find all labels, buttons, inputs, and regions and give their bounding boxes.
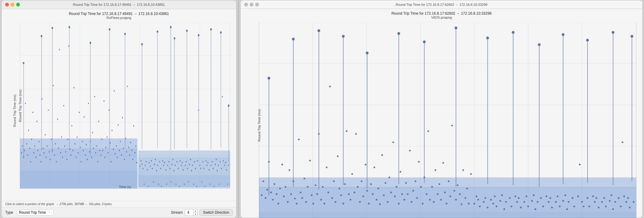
svg-point-245 [23,62,24,64]
window-title-1: Round Trip Time for 172.16.8.17:49491 → … [73,3,165,6]
y-axis-label-2: Round Trip Time (ms) [257,109,261,142]
maximize-button-1[interactable] [16,3,20,6]
svg-point-138 [133,125,134,126]
titlebar-1: Round Trip Time for 172.16.8.17:49491 → … [2,0,236,9]
svg-point-487 [622,141,623,143]
svg-point-66 [59,49,60,50]
maximize-button-2[interactable] [255,3,259,6]
svg-point-396 [451,125,453,126]
svg-point-70 [63,105,64,106]
type-select-wrapper-1[interactable]: Round Trip Time Throughput Window Scalin… [17,209,53,216]
x-axis-label-1: Time (s) [119,185,131,189]
svg-point-358 [381,154,383,156]
svg-point-109 [104,101,105,102]
svg-point-114 [109,109,109,111]
traffic-lights-2 [244,3,259,6]
stream-section-1: Stream 4 ▲ ▼ Switch Direction [171,209,233,216]
svg-point-319 [309,160,311,161]
svg-point-254 [170,26,171,28]
stream-control-1[interactable]: 4 ▲ ▼ [185,209,198,216]
svg-point-132 [127,86,128,87]
stream-up-1[interactable]: ▲ [193,209,197,213]
svg-point-75 [68,45,69,46]
chart-svg-1: 0 0.5 1 1.5 2 0 50 100 150 200 250 300 [20,23,230,189]
svg-point-257 [198,34,199,36]
svg-point-378 [418,161,419,162]
status-bar-1: Click to select a portion of the graph. … [2,201,236,207]
traffic-lights-1 [5,3,20,6]
svg-point-90 [84,116,85,117]
svg-point-60 [53,85,54,86]
svg-point-44 [36,121,37,122]
chart-canvas-1[interactable]: 0 0.5 1 1.5 2 0 50 100 150 200 250 300 [20,23,230,189]
svg-point-373 [409,150,410,151]
window-divider [238,0,239,218]
svg-rect-264 [138,175,230,189]
close-button-1[interactable] [5,3,9,6]
svg-point-516 [423,40,426,43]
minimize-button-1[interactable] [11,3,14,6]
svg-point-514 [366,52,369,54]
window-title-2: Round Trip Time for 172.16.8.17:62602 → … [396,3,487,6]
stream-down-1[interactable]: ▼ [193,213,197,216]
svg-point-117 [112,130,112,131]
chart-canvas-2[interactable]: 0 0.5 1 1.5 2 0 50 100 150 200 250 300 [259,22,636,218]
svg-point-112 [107,136,108,138]
switch-direction-button-1[interactable]: Switch Direction [200,209,233,216]
svg-point-383 [427,130,429,132]
svg-point-222 [222,96,223,97]
svg-point-308 [289,169,290,171]
svg-point-256 [186,30,188,32]
svg-point-512 [318,29,320,32]
svg-point-304 [282,164,283,165]
close-button-2[interactable] [244,3,248,6]
svg-point-104 [98,121,99,122]
svg-point-406 [470,173,472,175]
svg-point-364 [392,141,394,143]
svg-point-517 [454,27,457,29]
chart-area-1: Round Trip Time (ms) [2,20,236,201]
svg-point-255 [174,37,175,39]
svg-point-64 [57,118,58,120]
chart-header-1: Round Trip Time for 172.16.8.17:49491 → … [2,9,236,20]
chart-subtitle-2: VitOS.pcapng [241,16,642,19]
stream-label-1: Stream [171,210,183,215]
svg-point-246 [41,35,42,37]
chart-area-2: 0 0.5 1 1.5 2 0 50 100 150 200 250 300 [241,20,642,218]
svg-point-33 [25,103,26,104]
y-axis-label-1: Round Trip Time (ms) [18,90,22,122]
svg-point-252 [141,43,143,45]
svg-point-250 [109,28,110,30]
titlebar-2: Round Trip Time for 172.16.8.17:62602 → … [241,0,642,9]
stream-value-1: 4 [185,209,193,216]
window-1: Round Trip Time for 172.16.8.17:49491 → … [1,0,237,218]
svg-point-368 [399,171,401,172]
svg-point-402 [462,169,464,171]
svg-point-515 [397,32,400,35]
svg-point-68 [61,136,62,138]
chart-title-1: Round Trip Time for 172.16.8.17:49491 → … [2,12,236,16]
svg-point-251 [124,33,126,35]
svg-point-253 [157,31,158,33]
chart-title-2: Round Trip Time for 172.16.8.17:62602 → … [241,11,642,16]
svg-point-524 [631,35,633,38]
svg-point-339 [346,130,347,132]
type-select-1[interactable]: Round Trip Time Throughput Window Scalin… [17,209,53,216]
svg-point-330 [329,86,331,87]
stream-spinner-1[interactable]: ▲ ▼ [193,209,197,216]
svg-point-127 [122,117,123,118]
svg-point-98 [92,132,93,133]
svg-point-387 [435,169,436,171]
svg-point-49 [42,98,42,99]
svg-point-342 [351,173,353,175]
svg-rect-526 [259,212,636,218]
minimize-button-2[interactable] [250,3,253,6]
svg-point-518 [486,37,489,39]
svg-point-258 [210,28,212,30]
svg-point-354 [374,167,375,168]
svg-point-511 [292,38,295,40]
window-2: Round Trip Time for 172.16.8.17:62602 → … [240,0,643,218]
svg-point-100 [94,96,95,97]
svg-point-391 [442,162,444,164]
svg-point-55 [48,109,49,111]
